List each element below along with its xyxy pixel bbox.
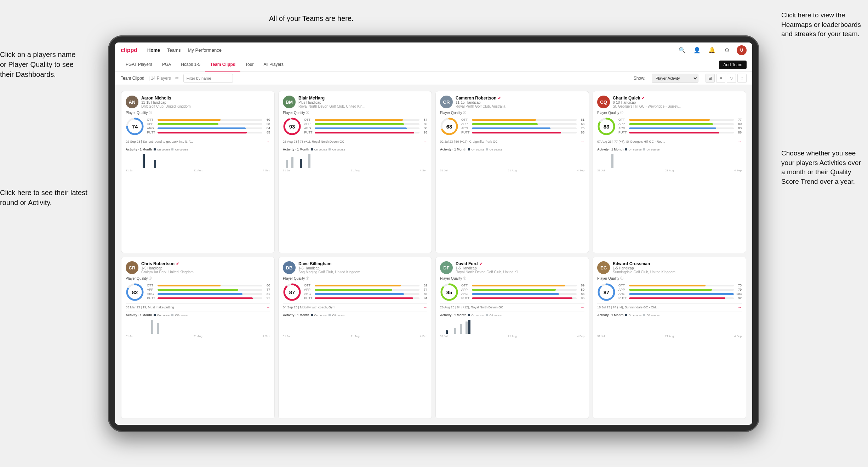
donut-chart[interactable]: 87	[283, 283, 301, 301]
player-card[interactable]: DF David Ford ✔ 1-5 Handicap Royal North…	[435, 257, 589, 419]
round-arrow[interactable]: →	[423, 305, 427, 309]
player-name[interactable]: Dave Billingham	[298, 261, 427, 266]
tab-pgat-players[interactable]: PGAT Players	[121, 58, 157, 72]
tab-tour[interactable]: Tour	[240, 58, 258, 72]
add-team-button[interactable]: Add Team	[719, 61, 747, 69]
round-arrow[interactable]: →	[581, 139, 584, 144]
round-arrow[interactable]: →	[738, 305, 742, 309]
latest-round[interactable]: 02 Sep 23 | Sunset round to get back int…	[126, 138, 270, 144]
user-icon[interactable]: 👤	[692, 45, 702, 55]
latest-round-text: 26 Aug 23 | 84 (+12), Royal North Devon …	[440, 306, 503, 309]
player-card[interactable]: CQ Charlie Quick ✔ 6-10 Handicap St. Geo…	[593, 91, 746, 253]
player-card[interactable]: EC Edward Crossman 1-5 Handicap Sunningd…	[593, 257, 746, 419]
quality-info-icon[interactable]: ⓘ	[306, 110, 309, 115]
stat-bar-fill	[315, 297, 413, 299]
nav-home[interactable]: Home	[147, 47, 160, 53]
player-name[interactable]: Charlie Quick ✔	[613, 96, 742, 101]
player-card[interactable]: DB Dave Billingham 1-5 Handicap Sag Magi…	[278, 257, 432, 419]
nav-teams[interactable]: Teams	[167, 47, 181, 53]
activity-chart	[126, 318, 270, 334]
filter-input[interactable]	[183, 74, 233, 83]
stat-name: OTT	[618, 284, 628, 287]
stat-bar-fill	[629, 293, 734, 295]
activity-header: Activity · 1 Month On course Off course	[597, 148, 742, 151]
sort-icon[interactable]: ↕	[737, 74, 747, 83]
filter-icon[interactable]: ▽	[727, 74, 736, 83]
player-avatar[interactable]: DB	[283, 261, 296, 274]
player-avatar[interactable]: DF	[440, 261, 453, 274]
player-name[interactable]: David Ford ✔	[456, 261, 584, 266]
player-avatar[interactable]: BM	[283, 96, 296, 108]
quality-info-icon[interactable]: ⓘ	[463, 110, 466, 115]
latest-round[interactable]: 07 Aug 23 | 77 (+7), St George's Hill GC…	[597, 138, 742, 144]
chart-bar	[291, 157, 293, 168]
round-arrow[interactable]: →	[266, 305, 270, 309]
chart-date-end: 4 Sep	[263, 169, 270, 172]
player-club: Sag Maging Golf Club, United Kingdom	[298, 270, 427, 274]
team-header: Team Clippd | 14 Players ✏ Show: Player …	[115, 72, 752, 85]
quality-info-icon[interactable]: ⓘ	[620, 110, 623, 115]
tab-hcaps[interactable]: Hcaps 1-5	[176, 58, 205, 72]
quality-info-icon[interactable]: ⓘ	[149, 110, 152, 115]
show-select[interactable]: Player Activity Quality Score Trend	[652, 74, 698, 83]
edit-icon[interactable]: ✏	[175, 75, 179, 81]
player-name[interactable]: Cameron Robertson ✔	[456, 96, 584, 101]
list-view-icon[interactable]: ≡	[716, 74, 725, 83]
latest-round[interactable]: 04 Sep 23 | Mobility with coach, Gym →	[283, 303, 427, 309]
quality-info-icon[interactable]: ⓘ	[306, 276, 309, 281]
activity-section: Activity · 1 Month On course Off course …	[597, 146, 742, 172]
player-avatar[interactable]: AN	[126, 96, 138, 108]
latest-round[interactable]: 26 Aug 23 | 73 (+1), Royal North Devon G…	[283, 138, 427, 144]
player-card[interactable]: AN Aaron Nicholls 11-15 Handicap Drift G…	[121, 91, 275, 253]
round-arrow[interactable]: →	[266, 139, 270, 144]
stat-value: 77	[735, 118, 742, 121]
quality-info-icon[interactable]: ⓘ	[463, 276, 466, 281]
on-course-dot	[468, 148, 470, 150]
player-name[interactable]: Aaron Nicholls	[141, 96, 270, 101]
donut-chart[interactable]: 83	[597, 117, 616, 136]
player-card[interactable]: BM Blair McHarg Plus Handicap Royal Nort…	[278, 91, 432, 253]
stat-bar-bg	[315, 285, 419, 286]
latest-round[interactable]: 03 Mar 23 | 19, Must make putting →	[126, 303, 270, 309]
donut-chart[interactable]: 68	[440, 117, 458, 136]
tab-all-players[interactable]: All Players	[258, 58, 289, 72]
latest-round[interactable]: 18 Jul 23 | 74 (+4), Sunningdale GC - Ol…	[597, 303, 742, 309]
donut-chart[interactable]: 93	[283, 117, 301, 136]
donut-chart[interactable]: 74	[126, 117, 144, 136]
search-icon[interactable]: 🔍	[677, 45, 687, 55]
player-avatar[interactable]: CQ	[597, 96, 610, 108]
player-name[interactable]: Chris Robertson ✔	[141, 261, 270, 266]
stat-bar-bg	[472, 289, 577, 291]
player-avatar[interactable]: CR	[440, 96, 453, 108]
player-card[interactable]: CR Chris Robertson ✔ 1-5 Handicap Craigm…	[121, 257, 275, 419]
avatar[interactable]: U	[737, 45, 747, 55]
donut-chart[interactable]: 82	[126, 283, 144, 301]
player-header: CR Chris Robertson ✔ 1-5 Handicap Craigm…	[126, 261, 270, 274]
bell-icon[interactable]: 🔔	[707, 45, 717, 55]
latest-round[interactable]: 26 Aug 23 | 84 (+12), Royal North Devon …	[440, 303, 584, 309]
round-arrow[interactable]: →	[423, 139, 427, 144]
player-card[interactable]: CR Cameron Robertson ✔ 11-15 Handicap Ro…	[435, 91, 589, 253]
activity-header: Activity · 1 Month On course Off course	[283, 148, 427, 151]
stat-name: APP	[618, 122, 628, 126]
player-avatar[interactable]: EC	[597, 261, 610, 274]
tab-pga[interactable]: PGA	[157, 58, 176, 72]
quality-info-icon[interactable]: ⓘ	[149, 276, 152, 281]
settings-icon[interactable]: ⊙	[722, 45, 732, 55]
nav-my-performance[interactable]: My Performance	[188, 47, 222, 53]
tab-team-clippd[interactable]: Team Clippd	[205, 58, 240, 72]
player-name[interactable]: Edward Crossman	[613, 261, 742, 266]
round-arrow[interactable]: →	[581, 305, 584, 309]
round-arrow[interactable]: →	[738, 139, 742, 144]
player-avatar[interactable]: CR	[126, 261, 138, 274]
donut-chart[interactable]: 87	[597, 283, 616, 301]
quality-info-icon[interactable]: ⓘ	[620, 276, 623, 281]
activity-title: Activity · 1 Month	[597, 313, 624, 317]
latest-round[interactable]: 02 Jul 23 | 59 (+17), Craigmillar Park G…	[440, 138, 584, 144]
donut-chart[interactable]: 85	[440, 283, 458, 301]
stat-bar-fill	[629, 123, 713, 125]
player-name[interactable]: Blair McHarg	[298, 96, 427, 101]
on-course-dot	[154, 148, 156, 150]
grid-view-icon[interactable]: ⊞	[706, 74, 715, 83]
stat-name: PUTT	[147, 131, 156, 134]
